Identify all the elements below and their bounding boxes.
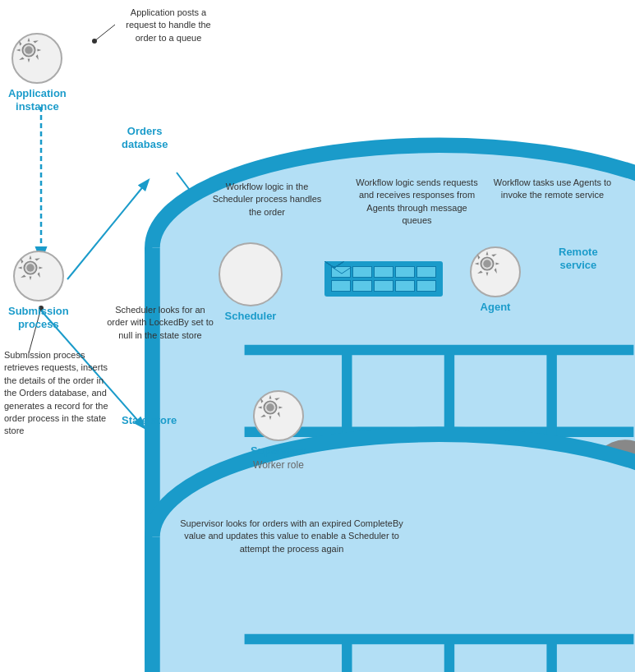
- svg-line-21: [501, 209, 518, 238]
- application-instance-node: Application instance: [8, 33, 67, 113]
- remote-service-icon: [559, 242, 635, 672]
- submission-process-node: Submissionprocess: [8, 251, 69, 330]
- svg-line-5: [185, 329, 234, 435]
- annotation-scheduler-looks: Scheduler looks for an order with Locked…: [107, 304, 214, 342]
- svg-point-59: [592, 536, 635, 672]
- application-instance-icon: [12, 33, 62, 84]
- svg-point-81: [266, 403, 274, 412]
- message-queue-node: [324, 261, 443, 297]
- svg-point-30: [25, 46, 34, 54]
- supervisor-label: Supervisor: [251, 444, 306, 458]
- annotation-workflow-tasks: Workflow tasks use Agents to invoke the …: [493, 177, 612, 202]
- annotation-submission: Submission process retrieves requests, i…: [4, 349, 111, 438]
- annotation-app-queue: Application posts a request to handle th…: [115, 7, 222, 44]
- svg-line-55: [625, 578, 635, 624]
- svg-point-56: [481, 257, 493, 269]
- svg-point-57: [483, 260, 491, 268]
- svg-point-44: [26, 264, 35, 272]
- svg-point-16: [92, 39, 97, 44]
- svg-line-15: [94, 25, 115, 41]
- supervisor-icon: [253, 390, 304, 441]
- remote-service-label: Remoteservice: [559, 246, 598, 271]
- submission-process-icon: [13, 251, 64, 301]
- supervisor-node: Supervisor Worker role: [251, 390, 306, 471]
- submission-process-label: Submissionprocess: [8, 305, 69, 330]
- svg-point-58: [576, 612, 635, 672]
- agent-node: Agent: [470, 246, 521, 314]
- svg-point-29: [23, 44, 35, 56]
- worker-role-label: Worker role: [253, 459, 304, 471]
- svg-point-7: [187, 440, 194, 447]
- svg-point-43: [24, 261, 36, 274]
- svg-point-35: [152, 555, 635, 672]
- orders-database-node: Ordersdatabase: [122, 122, 168, 150]
- scheduler-label: Scheduler: [225, 310, 277, 323]
- agent-icon: [470, 246, 521, 297]
- svg-point-22: [515, 207, 520, 212]
- scheduler-icon: [219, 242, 283, 306]
- svg-point-20: [388, 240, 393, 245]
- svg-point-52: [591, 440, 635, 509]
- state-store-node: State store: [122, 411, 177, 427]
- message-queue-icon: [324, 261, 443, 297]
- state-store-label: State store: [122, 414, 177, 427]
- svg-rect-51: [579, 509, 635, 578]
- agent-label: Agent: [481, 301, 511, 314]
- svg-line-4: [189, 329, 237, 435]
- svg-rect-69: [152, 536, 635, 672]
- annotation-supervisor-looks: Supervisor looks for orders with an expi…: [177, 518, 407, 555]
- diagram: Application instance Application posts a…: [0, 0, 635, 672]
- application-instance-label: Application instance: [8, 87, 67, 113]
- orders-database-label: Ordersdatabase: [122, 125, 168, 150]
- scheduler-node: Scheduler: [209, 242, 292, 323]
- svg-point-80: [264, 401, 276, 413]
- remote-service-node: Remoteservice: [559, 242, 598, 271]
- annotation-scheduler-handles: Workflow logic in the Scheduler process …: [209, 181, 324, 219]
- annotation-workflow-sends: Workflow logic sends requests and receiv…: [353, 177, 481, 228]
- svg-line-1: [67, 181, 148, 279]
